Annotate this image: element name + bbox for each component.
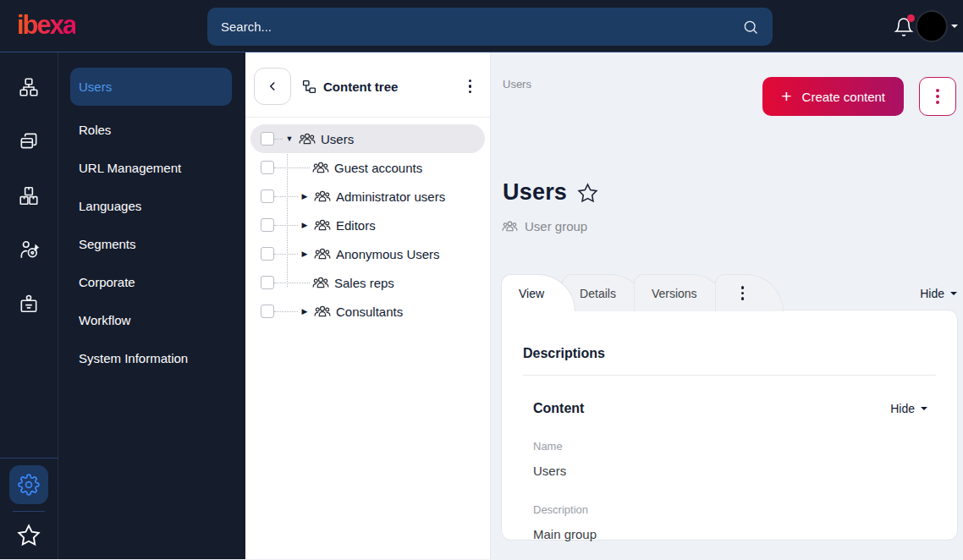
- ibexa-logo[interactable]: ibexa: [17, 10, 75, 41]
- checkbox[interactable]: [261, 218, 274, 232]
- tree-item-users[interactable]: ▼ Users: [250, 124, 485, 153]
- kebab-icon: [733, 286, 753, 300]
- collapse-tree-button[interactable]: [254, 68, 291, 105]
- caret-right-icon[interactable]: ▶: [298, 221, 311, 229]
- tree-item-anonymous-users[interactable]: ▶ Anonymous Users: [250, 239, 485, 268]
- personalization-icon[interactable]: [18, 239, 40, 261]
- caret-down-icon: [950, 292, 957, 299]
- content-type-label: User group: [502, 218, 587, 234]
- sidebar-item-segments[interactable]: Segments: [70, 225, 232, 263]
- tree-header-divider: [245, 117, 490, 118]
- tree-connector: [274, 311, 298, 312]
- view-card: Descriptions Content Hide Name Users Des…: [501, 310, 958, 541]
- more-options-button[interactable]: [919, 77, 956, 116]
- sidebar-item-roles[interactable]: Roles: [70, 111, 232, 149]
- avatar[interactable]: [917, 12, 946, 41]
- content-tree-title-wrap: Content tree: [302, 80, 398, 94]
- content-section-header: Content Hide: [523, 401, 936, 416]
- hide-label: Hide: [890, 402, 915, 415]
- icon-rail: [0, 52, 58, 559]
- user-group-icon: [299, 130, 316, 147]
- caret-down-icon[interactable]: [951, 25, 958, 31]
- content-tree-list: ▼ Users Guest accounts ▶ Administrator u…: [245, 123, 490, 326]
- sidebar-item-system-information[interactable]: System Information: [70, 339, 232, 377]
- settings-gear-icon: [18, 474, 40, 496]
- tab-versions[interactable]: Versions: [634, 274, 729, 311]
- tree-item-sales-reps[interactable]: Sales reps: [250, 268, 485, 297]
- global-search[interactable]: [207, 8, 773, 46]
- user-group-icon: [314, 188, 331, 205]
- field-label-description: Description: [533, 503, 936, 516]
- caret-down-icon[interactable]: ▼: [283, 135, 296, 143]
- field-value-description: Main group: [533, 527, 936, 541]
- user-group-icon: [314, 303, 331, 320]
- notification-dot: [907, 14, 915, 22]
- checkbox[interactable]: [261, 247, 274, 261]
- checkbox[interactable]: [261, 305, 274, 318]
- rail-divider: [0, 458, 58, 458]
- tree-item-guest-accounts[interactable]: Guest accounts: [250, 153, 485, 182]
- admin-menu-sidebar: Users Roles URL Management Languages Seg…: [58, 52, 245, 559]
- tree-item-label: Administrator users: [336, 189, 445, 204]
- search-icon[interactable]: [742, 19, 759, 36]
- hide-toggle[interactable]: Hide: [920, 287, 957, 310]
- tree-connector: [274, 254, 298, 255]
- sidebar-item-languages[interactable]: Languages: [70, 187, 232, 225]
- content-structure-icon[interactable]: [18, 76, 40, 98]
- rail-divider-short: [13, 511, 45, 512]
- tab-more[interactable]: [715, 274, 784, 311]
- caret-right-icon[interactable]: ▶: [298, 250, 311, 258]
- checkbox[interactable]: [261, 132, 274, 145]
- create-content-button[interactable]: + Create content: [762, 77, 904, 116]
- tree-connector: [274, 196, 298, 197]
- admin-icon[interactable]: [18, 293, 40, 315]
- tree-connector: [274, 167, 310, 168]
- user-group-icon: [502, 218, 518, 234]
- search-input[interactable]: [221, 19, 742, 34]
- bookmarks-star-icon[interactable]: [17, 524, 41, 547]
- main-content: Users + Create content Users User group …: [491, 52, 963, 559]
- checkbox[interactable]: [261, 276, 274, 289]
- sidebar-item-workflow[interactable]: Workflow: [70, 301, 232, 339]
- bookmark-star-icon[interactable]: [577, 183, 598, 204]
- content-tree-icon: [302, 80, 316, 94]
- tree-item-administrator-users[interactable]: ▶ Administrator users: [250, 182, 485, 211]
- tree-connector: [274, 139, 283, 140]
- tab-bar: View Details Versions Hide: [501, 272, 957, 310]
- settings-button[interactable]: [9, 465, 48, 504]
- checkbox[interactable]: [261, 189, 274, 203]
- app-body: Users Roles URL Management Languages Seg…: [0, 52, 963, 559]
- tree-item-editors[interactable]: ▶ Editors: [250, 211, 485, 239]
- content-section-title: Content: [523, 401, 584, 416]
- header-actions: + Create content: [762, 77, 956, 116]
- tree-item-label: Sales reps: [334, 276, 394, 290]
- create-content-label: Create content: [802, 90, 885, 104]
- field-value-name: Users: [533, 464, 936, 478]
- user-group-icon: [314, 245, 331, 262]
- plus-icon: +: [781, 87, 791, 105]
- caret-down-icon: [921, 407, 927, 414]
- tree-item-label: Guest accounts: [334, 161, 422, 175]
- tree-item-label: Anonymous Users: [336, 247, 440, 261]
- sidebar-item-users[interactable]: Users: [70, 68, 232, 106]
- card-divider: [523, 375, 936, 376]
- checkbox[interactable]: [261, 161, 274, 174]
- content-hide-toggle[interactable]: Hide: [890, 402, 927, 415]
- pages-icon[interactable]: [18, 130, 40, 152]
- tree-item-label: Users: [321, 132, 354, 146]
- content-tree-panel: Content tree ▼ Users Guest accounts: [245, 52, 491, 559]
- caret-right-icon[interactable]: ▶: [298, 307, 311, 316]
- user-group-icon: [314, 217, 331, 233]
- product-catalog-icon[interactable]: [18, 184, 40, 206]
- tree-item-consultants[interactable]: ▶ Consultants: [250, 297, 485, 326]
- tree-connector: [274, 225, 298, 226]
- breadcrumb[interactable]: Users: [503, 78, 531, 91]
- page-title: Users: [503, 179, 567, 206]
- sidebar-item-corporate[interactable]: Corporate: [70, 263, 232, 301]
- chevron-left-icon: [265, 79, 280, 94]
- notification-bell-icon[interactable]: [894, 17, 914, 37]
- caret-right-icon[interactable]: ▶: [298, 192, 311, 200]
- tree-options-kebab-icon[interactable]: [464, 76, 477, 97]
- content-tree-title: Content tree: [323, 80, 398, 94]
- sidebar-item-url-management[interactable]: URL Management: [70, 149, 232, 187]
